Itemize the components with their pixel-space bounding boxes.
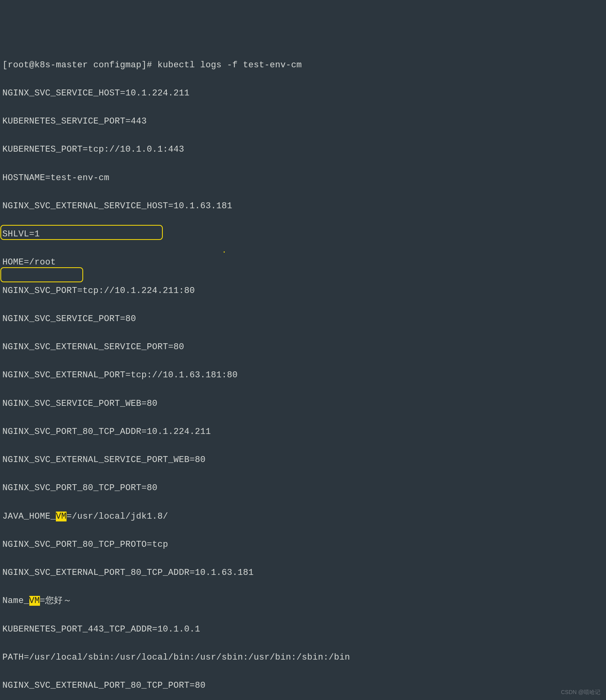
env-line: NGINX_SVC_PORT_80_TCP_ADDR=10.1.224.211 — [2, 425, 604, 439]
env-line: NGINX_SVC_PORT_80_TCP_PROTO=tcp — [2, 538, 604, 552]
env-text: JAVA_HOME_ — [2, 512, 56, 521]
search-highlight: VM — [29, 596, 40, 606]
watermark: CSDN @嘻哈记 — [561, 688, 600, 697]
env-text: =您好～ — [40, 596, 72, 606]
env-line: KUBERNETES_PORT_443_TCP_ADDR=10.1.0.1 — [2, 622, 604, 637]
env-text: =/usr/local/jdk1.8/ — [67, 512, 168, 521]
env-line-highlight-name: Name_VM=您好～ — [2, 594, 604, 608]
env-line: NGINX_SVC_EXTERNAL_SERVICE_PORT_WEB=80 — [2, 453, 604, 467]
env-line: NGINX_SVC_EXTERNAL_PORT_80_TCP_PORT=80 — [2, 679, 604, 693]
env-line: NGINX_SVC_SERVICE_HOST=10.1.224.211 — [2, 86, 604, 101]
shell-prompt: [root@k8s-master configmap]# kubectl log… — [2, 58, 604, 72]
env-line: NGINX_SVC_EXTERNAL_SERVICE_PORT=80 — [2, 340, 604, 354]
env-line: SHLVL=1 — [2, 227, 604, 242]
env-line: KUBERNETES_PORT=tcp://10.1.0.1:443 — [2, 143, 604, 157]
env-line: HOME=/root — [2, 255, 604, 270]
env-line: NGINX_SVC_EXTERNAL_SERVICE_HOST=10.1.63.… — [2, 199, 604, 213]
env-text: Name_ — [2, 596, 29, 606]
env-line: NGINX_SVC_SERVICE_PORT_WEB=80 — [2, 397, 604, 411]
env-line: NGINX_SVC_SERVICE_PORT=80 — [2, 312, 604, 326]
env-line: NGINX_SVC_EXTERNAL_PORT=tcp://10.1.63.18… — [2, 368, 604, 382]
env-line: NGINX_SVC_PORT=tcp://10.1.224.211:80 — [2, 284, 604, 298]
env-line-highlight-java: JAVA_HOME_VM=/usr/local/jdk1.8/ — [2, 510, 604, 524]
env-line: PATH=/usr/local/sbin:/usr/local/bin:/usr… — [2, 651, 604, 665]
env-line: HOSTNAME=test-env-cm — [2, 171, 604, 185]
env-line: NGINX_SVC_PORT_80_TCP_PORT=80 — [2, 481, 604, 495]
cursor-indicator: . — [222, 244, 227, 257]
env-line: KUBERNETES_SERVICE_PORT=443 — [2, 114, 604, 129]
env-line: NGINX_SVC_EXTERNAL_PORT_80_TCP_ADDR=10.1… — [2, 566, 604, 580]
search-highlight: VM — [56, 512, 67, 521]
